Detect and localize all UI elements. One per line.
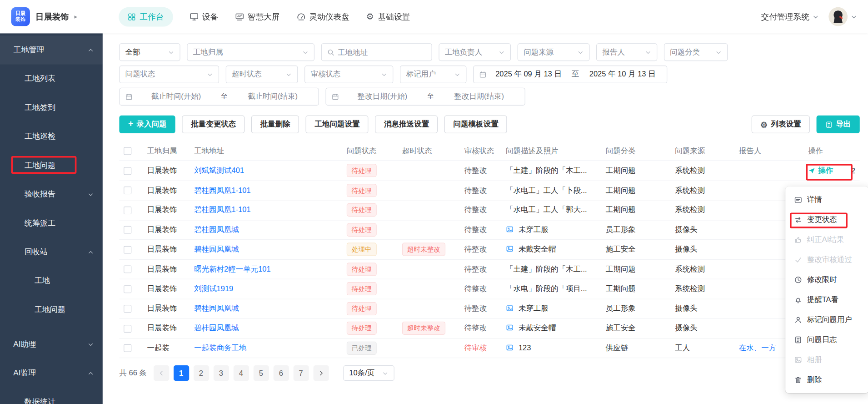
menu-item-album[interactable]: 相册 (785, 350, 868, 370)
sidebar-item-site-management[interactable]: 工地管理 (0, 35, 103, 64)
filter-site-manager-select[interactable]: 工地负责人 (439, 43, 511, 61)
reporter-link[interactable]: 在水、一方 (739, 343, 776, 352)
menu-item-modify-deadline[interactable]: 修改限时 (785, 270, 868, 290)
add-issue-button[interactable]: + 录入问题 (119, 116, 175, 133)
filter-audit-status-select[interactable]: 审核状态 (304, 66, 393, 83)
menu-item-correct-ai[interactable]: 纠正AI结果 (785, 230, 868, 250)
sidebar-item-site-issues[interactable]: 工地问题 (0, 151, 103, 180)
batch-delete-button[interactable]: 批量删除 (251, 116, 299, 133)
site-address-link[interactable]: 碧桂园凤凰1-101 (194, 206, 251, 214)
table-row[interactable]: 日晨装饰 碧桂园凤凰城 待处理 待整改 未穿工服 员工形象 摄像头 操作 (119, 220, 859, 240)
page-size-select[interactable]: 10条/页 (343, 365, 394, 381)
site-address-link[interactable]: 碧桂园凤凰1-101 (194, 186, 251, 194)
table-row[interactable]: 日晨装饰 碧桂园凤凰1-101 待处理 待整改 「水电工」工人「郭大... 工期… (119, 201, 859, 220)
page-button-6[interactable]: 6 (273, 365, 289, 381)
rectify-date-range[interactable]: 整改日期(开始) 至 整改日期(结束) (325, 88, 525, 106)
page-button-4[interactable]: 4 (233, 365, 249, 381)
nav-tab-workbench[interactable]: 工作台 (119, 7, 173, 26)
system-select[interactable]: 交付管理系统 (761, 11, 819, 22)
row-checkbox[interactable] (124, 246, 131, 254)
table-row[interactable]: 日晨装饰 刘斌斌测试401 待处理 待整改 「土建」阶段的「木工... 工期问题… (119, 161, 859, 181)
row-checkbox[interactable] (124, 226, 131, 234)
sidebar-item-site-inspection[interactable]: 工地巡检 (0, 122, 103, 151)
site-address-link[interactable]: 碧桂园凤凰城 (194, 324, 239, 332)
site-address-search-input[interactable] (338, 48, 426, 56)
sidebar-item-dispatch[interactable]: 统筹派工 (0, 209, 103, 237)
sidebar-item-ai-supervision[interactable]: AI监理 (0, 359, 103, 387)
site-address-link[interactable]: 碧桂园凤凰城 (194, 245, 239, 253)
menu-item-delete[interactable]: 删除 (785, 370, 868, 390)
table-row[interactable]: 日晨装饰 碧桂园凤凰城 待处理 超时未整改 待整改 未戴安全帽 施工安全 摄像头… (119, 319, 859, 338)
nav-tab-basic-settings[interactable]: ⚙ 基础设置 (366, 11, 410, 22)
site-address-search[interactable] (321, 43, 432, 61)
sidebar-item-clipped[interactable]: 数据统计 (0, 388, 103, 404)
table-row[interactable]: 日晨装饰 曙光新村2幢一单元101 待处理 待整改 「土建」阶段的「木工... … (119, 260, 859, 279)
site-address-link[interactable]: 碧桂园凤凰城 (194, 304, 239, 313)
sidebar-item-site-checkin[interactable]: 工地签到 (0, 93, 103, 122)
row-checkbox[interactable] (124, 207, 131, 214)
row-checkbox[interactable] (124, 266, 131, 273)
site-address-link[interactable]: 一起装商务工地 (194, 343, 246, 352)
filter-scope-select[interactable]: 全部 (119, 43, 180, 61)
sidebar-item-recycle-site-issues[interactable]: 工地问题 (0, 295, 103, 324)
site-address-link[interactable]: 刘测试1919 (194, 284, 233, 293)
chevron-down-icon[interactable] (851, 14, 857, 20)
filter-issue-source-select[interactable]: 问题来源 (518, 43, 590, 61)
button-label: 批量变更状态 (191, 119, 236, 129)
sidebar-item-recycle-site[interactable]: 工地 (0, 267, 103, 295)
row-checkbox[interactable] (124, 305, 131, 313)
page-button-5[interactable]: 5 (253, 365, 269, 381)
filter-issue-status-select[interactable]: 问题状态 (119, 66, 219, 83)
list-settings-button[interactable]: ⚙ 列表设置 (751, 116, 810, 133)
menu-item-tag-user[interactable]: 标记问题用户 (785, 310, 868, 330)
menu-item-issue-log[interactable]: 问题日志 (785, 330, 868, 350)
site-issue-settings-button[interactable]: 工地问题设置 (306, 116, 369, 133)
row-checkbox[interactable] (124, 285, 131, 293)
menu-item-audit-pass[interactable]: 整改审核通过 (785, 250, 868, 270)
page-button-2[interactable]: 2 (193, 365, 209, 381)
nav-tab-smart-screen[interactable]: 智慧大屏 (235, 11, 280, 22)
menu-item-detail[interactable]: 详情 (785, 190, 868, 210)
company-switcher[interactable]: 日晨 装饰 日晨装饰 ▸ (0, 7, 106, 26)
row-checkbox[interactable] (124, 187, 131, 195)
table-row[interactable]: 日晨装饰 碧桂园凤凰城 处理中 超时未整改 待整改 未戴安全帽 施工安全 摄像头… (119, 240, 859, 259)
page-button-7[interactable]: 7 (293, 365, 309, 381)
deadline-date-range[interactable]: 截止时间(开始) 至 截止时间(结束) (119, 88, 319, 106)
page-button-3[interactable]: 3 (213, 365, 229, 381)
report-date-range[interactable]: 2025 年 09 月 13 日 至 2025 年 10 月 13 日 (473, 66, 667, 83)
issue-template-settings-button[interactable]: 问题模板设置 (444, 116, 507, 133)
user-icon (794, 316, 802, 323)
menu-item-change-status[interactable]: 变更状态 (785, 210, 868, 230)
nav-tab-dashboard[interactable]: 灵动仪表盘 (296, 11, 349, 22)
batch-change-status-button[interactable]: 批量变更状态 (182, 116, 245, 133)
sidebar-item-acceptance-report[interactable]: 验收报告 (0, 180, 103, 208)
row-checkbox[interactable] (124, 167, 131, 175)
row-action-button[interactable]: 操作 (808, 166, 833, 176)
message-push-settings-button[interactable]: 消息推送设置 (375, 116, 438, 133)
row-checkbox[interactable] (124, 325, 131, 333)
page-button-1[interactable]: 1 (173, 365, 189, 381)
sidebar-item-site-list[interactable]: 工地列表 (0, 65, 103, 93)
filter-site-belong-select[interactable]: 工地归属 (187, 43, 314, 61)
sidebar-item-recycle-bin[interactable]: 回收站 (0, 237, 103, 266)
filter-issue-category-select[interactable]: 问题分类 (664, 43, 728, 61)
next-page-button[interactable] (313, 365, 329, 381)
filter-tag-user-select[interactable]: 标记用户 (400, 66, 466, 83)
site-address-link[interactable]: 碧桂园凤凰城 (194, 225, 239, 233)
user-avatar[interactable] (828, 7, 847, 26)
prev-page-button[interactable] (154, 365, 169, 381)
table-row[interactable]: 日晨装饰 刘测试1919 待处理 待整改 「水电」阶段的「项目... 工期问题 … (119, 279, 859, 299)
export-button[interactable]: 导出 (817, 116, 860, 133)
table-row[interactable]: 一起装 一起装商务工地 已处理 待审核 123 供应链 工人 在水、一方 操作 (119, 338, 859, 358)
row-checkbox[interactable] (124, 344, 131, 352)
nav-tab-device[interactable]: 设备 (190, 11, 218, 22)
select-all-checkbox[interactable] (124, 147, 131, 155)
table-row[interactable]: 日晨装饰 碧桂园凤凰1-101 待处理 待整改 「水电工」工人「卜段... 工期… (119, 181, 859, 200)
filter-reporter-select[interactable]: 报告人 (596, 43, 657, 61)
site-address-link[interactable]: 刘斌斌测试401 (194, 166, 244, 174)
menu-item-remind[interactable]: 提醒TA看 (785, 290, 868, 310)
site-address-link[interactable]: 曙光新村2幢一单元101 (194, 265, 270, 273)
table-row[interactable]: 日晨装饰 碧桂园凤凰城 待处理 待整改 未穿工服 员工形象 摄像头 操作 (119, 299, 859, 318)
filter-overdue-status-select[interactable]: 超时状态 (226, 66, 298, 83)
sidebar-item-ai-assistant[interactable]: AI助理 (0, 330, 103, 359)
